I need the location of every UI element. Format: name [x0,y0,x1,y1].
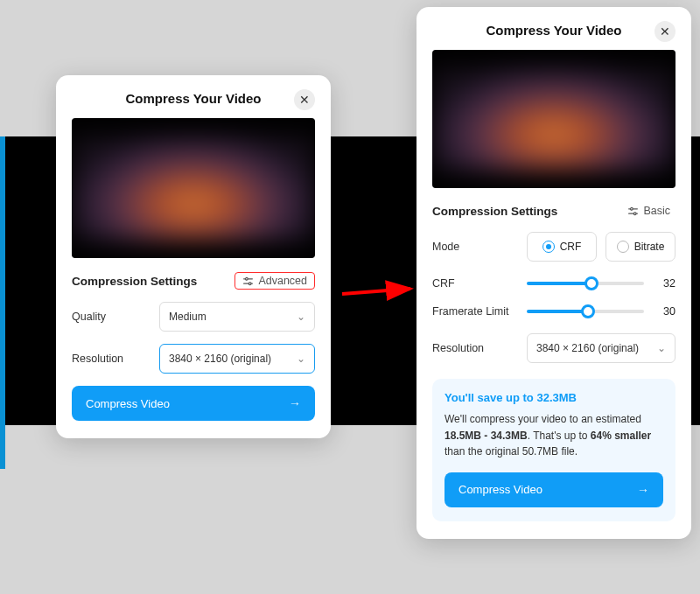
dialog-header: Compress Your Video ✕ [72,91,315,106]
video-preview-frame [72,136,315,241]
framerate-label: Framerate Limit [432,305,509,318]
mode-label: Mode [432,241,459,253]
slider-knob[interactable] [581,304,595,318]
quality-select[interactable]: Medium ⌄ [159,302,315,332]
basic-toggle-label: Basic [643,205,670,217]
video-preview-frame [432,67,676,171]
close-icon: ✕ [660,24,670,38]
field-resolution-adv: Resolution 3840 × 2160 (original) ⌄ [432,333,676,363]
field-framerate: Framerate Limit 30 [432,305,676,318]
slider-knob[interactable] [584,276,598,290]
resolution-value: 3840 × 2160 (original) [536,342,639,354]
settings-heading: Compression Settings [432,205,557,218]
savings-pct: 64% smaller [591,430,651,442]
chevron-down-icon: ⌄ [657,342,666,354]
compress-dialog-basic: Compress Your Video ✕ Compression Settin… [56,75,331,438]
mode-segmented: CRF Bitrate [527,232,676,262]
chevron-down-icon: ⌄ [297,353,305,365]
field-mode: Mode CRF Bitrate [432,232,676,262]
svg-point-6 [631,207,634,210]
svg-point-7 [634,212,637,214]
field-resolution: Resolution 3840 × 2160 (original) ⌄ [72,344,315,374]
advanced-toggle-label: Advanced [258,275,307,287]
advanced-toggle[interactable]: Advanced [234,272,315,290]
close-icon: ✕ [299,93,310,107]
savings-body: We'll compress your video to an estimate… [444,411,663,460]
quality-label: Quality [72,311,142,323]
mode-bitrate-label: Bitrate [634,241,665,253]
settings-heading: Compression Settings [72,275,197,288]
resolution-value: 3840 × 2160 (original) [169,353,271,365]
dialog-header: Compress Your Video ✕ [432,23,676,38]
mode-crf-label: CRF [560,241,582,253]
sliders-icon [627,206,639,217]
resolution-label: Resolution [72,353,142,365]
mode-option-bitrate[interactable]: Bitrate [606,232,676,262]
savings-callout: You'll save up to 32.3MB We'll compress … [432,379,676,521]
crf-slider[interactable] [527,282,644,285]
savings-headline: You'll save up to 32.3MB [444,391,663,404]
video-preview[interactable] [432,50,676,188]
quality-value: Medium [169,311,206,323]
bg-accent-edge [0,136,5,469]
close-button[interactable]: ✕ [294,89,315,110]
radio-on-icon [542,241,555,253]
field-crf: CRF 32 [432,277,676,290]
savings-mid: . That's up to [528,430,591,442]
savings-suffix: than the original 50.7MB file. [444,445,578,458]
basic-toggle[interactable]: Basic [622,202,676,220]
resolution-label: Resolution [432,342,484,354]
resolution-select[interactable]: 3840 × 2160 (original) ⌄ [159,344,315,374]
savings-prefix: We'll compress your video to an estimate… [444,413,641,425]
compress-dialog-advanced: Compress Your Video ✕ Compression Settin… [416,7,691,539]
settings-header-row: Compression Settings Advanced [72,272,315,290]
compress-button-label: Compress Video [458,483,542,496]
video-preview[interactable] [72,118,315,258]
dialog-title: Compress Your Video [125,91,261,106]
mode-option-crf[interactable]: CRF [527,232,597,262]
close-button[interactable]: ✕ [654,21,676,42]
compress-button[interactable]: Compress Video → [444,472,663,507]
dialog-title: Compress Your Video [486,23,621,38]
chevron-down-icon: ⌄ [297,311,305,323]
svg-point-2 [246,277,248,280]
svg-point-3 [249,282,252,284]
compress-button-label: Compress Video [86,397,170,410]
settings-header-row: Compression Settings Basic [432,202,676,220]
arrow-right-icon: → [637,483,649,497]
sliders-icon [242,276,254,287]
framerate-value: 30 [656,305,676,318]
savings-range: 18.5MB - 34.3MB [444,430,528,442]
framerate-slider[interactable] [527,310,644,313]
resolution-select[interactable]: 3840 × 2160 (original) ⌄ [527,333,676,363]
compress-button[interactable]: Compress Video → [72,386,315,421]
radio-off-icon [617,241,629,253]
field-quality: Quality Medium ⌄ [72,302,315,332]
arrow-right-icon: → [289,396,301,410]
crf-label: CRF [432,277,455,290]
crf-value: 32 [656,277,676,290]
